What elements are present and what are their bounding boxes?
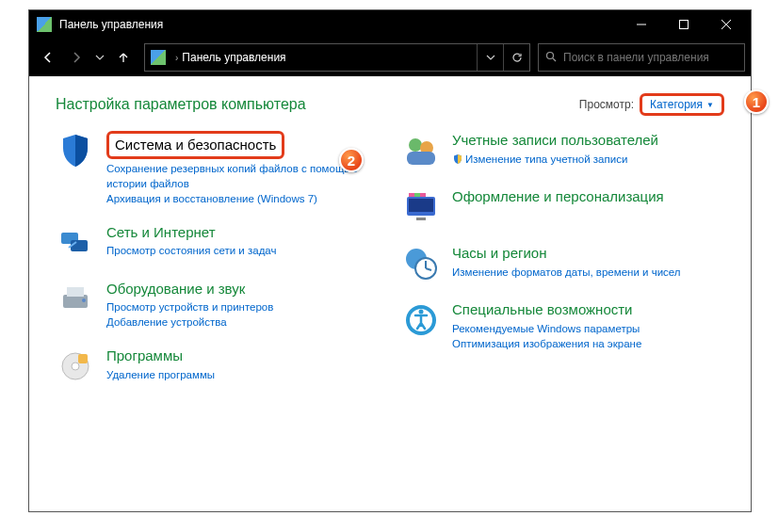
svg-rect-1	[679, 21, 688, 29]
right-column: Учетные записи пользователей Изменение т…	[401, 131, 724, 403]
category-link[interactable]: Архивация и восстановление (Windows 7)	[106, 191, 379, 206]
chevron-down-icon: ▼	[706, 101, 714, 109]
category-title[interactable]: Оформление и персонализация	[452, 187, 724, 206]
svg-rect-7	[71, 240, 88, 251]
category-link[interactable]: Изменение типа учетной записи	[452, 152, 724, 167]
svg-point-29	[419, 310, 424, 314]
address-dropdown[interactable]	[477, 44, 503, 71]
window-frame: Панель управления ›	[28, 9, 752, 512]
svg-rect-19	[409, 199, 433, 212]
category-link[interactable]: Изменение форматов даты, времени и чисел	[452, 265, 724, 280]
printer-icon	[56, 280, 95, 319]
uac-shield-icon	[452, 153, 463, 165]
svg-rect-17	[407, 152, 435, 165]
annotation-badge-1: 1	[744, 89, 769, 114]
view-value: Категория	[650, 98, 703, 111]
category-link[interactable]: Сохранение резервных копий файлов с помо…	[106, 161, 379, 191]
address-icon	[151, 50, 166, 65]
category-appearance: Оформление и персонализация	[401, 187, 724, 227]
search-icon	[539, 51, 563, 65]
window-title: Панель управления	[59, 18, 620, 31]
page-heading: Настройка параметров компьютера	[56, 96, 579, 113]
category-link[interactable]: Просмотр устройств и принтеров	[106, 299, 379, 314]
category-network: Сеть и Интернет Просмотр состояния сети …	[56, 223, 379, 263]
category-link[interactable]: Оптимизация изображения на экране	[452, 336, 724, 351]
category-title[interactable]: Сеть и Интернет	[106, 223, 379, 242]
accessibility-icon	[401, 300, 441, 340]
svg-point-11	[82, 298, 86, 302]
svg-line-5	[553, 58, 556, 61]
svg-rect-14	[78, 354, 88, 363]
left-column: Система и безопасность Сохранение резерв…	[56, 131, 379, 403]
svg-point-15	[409, 138, 422, 152]
category-title[interactable]: Специальные возможности	[452, 300, 724, 319]
recent-dropdown[interactable]	[91, 44, 108, 71]
users-icon	[401, 131, 441, 170]
category-title[interactable]: Система и безопасность	[106, 131, 284, 159]
category-title[interactable]: Оборудование и звук	[106, 280, 379, 298]
programs-icon	[56, 347, 95, 386]
svg-rect-10	[67, 287, 84, 297]
titlebar: Панель управления	[29, 10, 751, 39]
search-box[interactable]	[538, 43, 745, 72]
refresh-button[interactable]	[503, 44, 529, 71]
monitor-icon	[401, 187, 441, 227]
category-link[interactable]: Рекомендуемые Windows параметры	[452, 321, 724, 336]
annotation-badge-2: 2	[339, 148, 364, 172]
chevron-right-icon: ›	[175, 53, 178, 63]
category-clock-region: Часы и регион Изменение форматов даты, в…	[401, 244, 724, 283]
category-programs: Программы Удаление программы	[56, 347, 379, 386]
category-accessibility: Специальные возможности Рекомендуемые Wi…	[401, 300, 724, 351]
svg-point-4	[547, 52, 554, 58]
address-bar[interactable]: › Панель управления	[144, 43, 530, 72]
svg-rect-22	[416, 218, 426, 220]
category-user-accounts: Учетные записи пользователей Изменение т…	[401, 131, 724, 170]
app-icon	[37, 17, 52, 32]
search-input[interactable]	[563, 51, 744, 64]
navbar: › Панель управления	[29, 39, 751, 76]
view-dropdown[interactable]: Категория ▼	[640, 93, 724, 116]
category-link[interactable]: Удаление программы	[106, 367, 379, 382]
svg-rect-21	[414, 193, 420, 197]
breadcrumb-current[interactable]: Панель управления	[182, 51, 285, 64]
view-label: Просмотр:	[579, 98, 634, 111]
category-link[interactable]: Просмотр состояния сети и задач	[106, 243, 379, 258]
back-button[interactable]	[35, 44, 61, 71]
forward-button[interactable]	[63, 44, 89, 71]
minimize-button[interactable]	[620, 10, 662, 39]
svg-point-13	[72, 363, 79, 370]
category-hardware: Оборудование и звук Просмотр устройств и…	[56, 280, 379, 330]
category-title[interactable]: Программы	[106, 347, 379, 365]
category-system-security: Система и безопасность Сохранение резерв…	[56, 131, 379, 206]
category-link[interactable]: Добавление устройства	[106, 314, 379, 330]
up-button[interactable]	[110, 44, 137, 71]
maximize-button[interactable]	[662, 10, 705, 39]
close-button[interactable]	[705, 10, 747, 39]
category-title[interactable]: Часы и регион	[452, 244, 724, 263]
category-title[interactable]: Учетные записи пользователей	[452, 131, 724, 150]
clock-icon	[401, 244, 441, 283]
globe-icon	[56, 223, 95, 263]
shield-icon	[56, 131, 95, 170]
content-area: Настройка параметров компьютера Просмотр…	[29, 76, 751, 511]
